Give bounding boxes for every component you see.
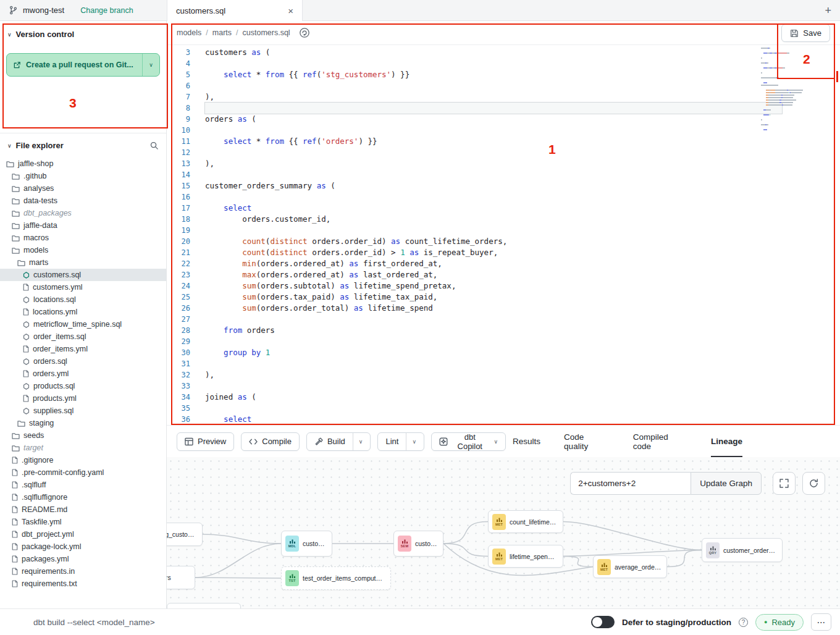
tab-code-quality[interactable]: Code quality xyxy=(564,426,610,458)
tree-item[interactable]: customers.yml xyxy=(0,281,166,293)
tree-item[interactable]: products.yml xyxy=(0,392,166,405)
tab-compiled-code[interactable]: Compiled code xyxy=(633,426,687,458)
breadcrumb-marts[interactable]: marts xyxy=(212,28,232,37)
chevron-down-icon[interactable]: ∨ xyxy=(353,433,363,450)
tree-item[interactable]: locations.yml xyxy=(0,306,166,318)
breadcrumb-file[interactable]: customers.sql xyxy=(243,28,290,37)
tree-item[interactable]: models xyxy=(0,244,166,256)
tree-item[interactable]: data-tests xyxy=(0,195,166,207)
editor-minimap[interactable] xyxy=(761,48,810,132)
tree-item[interactable]: locations.sql xyxy=(0,293,166,306)
file-status-icon[interactable] xyxy=(298,26,311,40)
lineage-node-stg-customers[interactable]: MDLstg_customers xyxy=(167,523,203,546)
tree-item[interactable]: Taskfile.yml xyxy=(0,516,166,528)
tab-results[interactable]: Results xyxy=(513,426,540,458)
fullscreen-icon[interactable] xyxy=(773,472,796,495)
tree-item[interactable]: .sqlfluffignore xyxy=(0,491,166,503)
defer-toggle[interactable] xyxy=(591,616,615,628)
tree-item[interactable]: analyses xyxy=(0,182,166,195)
toggle-knob xyxy=(592,617,602,627)
tree-item[interactable]: package-lock.yml xyxy=(0,540,166,553)
tree-item[interactable]: requirements.in xyxy=(0,565,166,578)
tree-item[interactable]: .pre-commit-config.yaml xyxy=(0,466,166,479)
model-icon xyxy=(23,321,30,328)
tree-item-label: requirements.in xyxy=(22,567,75,576)
update-graph-button[interactable]: Update Graph xyxy=(691,472,762,495)
tree-item[interactable]: macros xyxy=(0,232,166,244)
version-control-header[interactable]: ∨ Version control xyxy=(0,21,166,45)
change-branch-link[interactable]: Change branch xyxy=(80,6,133,15)
new-tab-button[interactable]: + xyxy=(825,0,831,21)
tree-item[interactable]: dbt_packages xyxy=(0,207,166,219)
file-explorer-header[interactable]: ∨ File explorer xyxy=(0,133,166,154)
tab-customers-sql[interactable]: customers.sql × xyxy=(167,0,303,21)
save-button[interactable]: Save xyxy=(781,24,830,42)
chevron-down-icon[interactable]: ∨ xyxy=(494,439,498,445)
tree-item[interactable]: .github xyxy=(0,170,166,182)
code-text xyxy=(205,314,782,325)
code-line: 26 sum(orders.order_total) as lifetime_s… xyxy=(167,303,840,314)
code-editor[interactable]: 3customers as (45 select * from {{ ref('… xyxy=(167,45,840,425)
lineage-node-customer-order-metrics[interactable]: QRYcustomer_order_metrics xyxy=(702,538,783,562)
tree-item[interactable]: packages.yml xyxy=(0,553,166,565)
lineage-node-test-order-items-compute-to-bools-[interactable]: TSTtest_order_items_compute_to_bools... xyxy=(281,566,391,590)
more-options-button[interactable]: ⋯ xyxy=(811,613,831,631)
compile-button[interactable]: Compile xyxy=(241,432,300,451)
code-text: orders as ( xyxy=(205,114,782,125)
dbt-copilot-button[interactable]: dbt Copilot∨ xyxy=(431,432,506,451)
tree-item[interactable]: orders.sql xyxy=(0,355,166,368)
tree-item[interactable]: requirements.txt xyxy=(0,578,166,590)
tree-item[interactable]: .sqlfluff xyxy=(0,479,166,491)
lineage-node-customers[interactable]: MDLcustomers xyxy=(281,531,332,557)
lint-button[interactable]: Lint∨ xyxy=(377,432,424,451)
branch-selector[interactable]: mwong-test Change branch xyxy=(0,6,167,15)
status-badge[interactable]: ● Ready xyxy=(755,614,804,631)
help-icon[interactable]: ? xyxy=(739,618,748,627)
tree-item[interactable]: seeds xyxy=(0,429,166,442)
tree-item[interactable]: .gitignore xyxy=(0,454,166,466)
tree-item[interactable]: products.sql xyxy=(0,380,166,392)
search-icon[interactable] xyxy=(149,141,159,150)
tree-item[interactable]: README.md xyxy=(0,503,166,516)
code-text: select * from {{ ref('orders') }} xyxy=(205,136,782,147)
breadcrumb-models[interactable]: models xyxy=(177,28,201,37)
tree-item[interactable]: target xyxy=(0,442,166,454)
close-icon[interactable]: × xyxy=(288,6,293,15)
build-command-text: dbt build --select <model_name> xyxy=(33,618,155,627)
lineage-node-customers[interactable]: SEMcustomers xyxy=(393,531,443,557)
tree-item[interactable]: customers.sql xyxy=(0,269,166,281)
tree-item[interactable]: jaffle-shop xyxy=(0,158,166,170)
git-branch-icon xyxy=(9,6,18,15)
line-number: 28 xyxy=(167,325,190,336)
tree-item[interactable]: order_items.sql xyxy=(0,330,166,343)
chevron-down-icon[interactable]: ∨ xyxy=(406,433,416,450)
build-button[interactable]: Build∨ xyxy=(306,432,371,451)
tree-item[interactable]: orders.yml xyxy=(0,368,166,380)
lineage-node-orders[interactable]: MDLorders xyxy=(167,566,195,589)
lineage-node-lifetime-spend-pretax[interactable]: METlifetime_spend_pretax xyxy=(488,545,563,568)
tree-item-label: package-lock.yml xyxy=(22,542,82,551)
tree-item[interactable]: order_items.yml xyxy=(0,343,166,355)
create-pull-request-button[interactable]: Create a pull request on Git... ∨ xyxy=(6,53,160,77)
refresh-icon[interactable] xyxy=(802,472,825,495)
code-line: 27 xyxy=(167,314,840,325)
tree-item[interactable]: staging xyxy=(0,417,166,429)
line-number: 6 xyxy=(167,80,190,91)
tree-item[interactable]: supplies.sql xyxy=(0,405,166,417)
tree-item[interactable]: dbt_project.yml xyxy=(0,528,166,540)
line-number: 16 xyxy=(167,191,190,203)
lineage-node-partial[interactable] xyxy=(167,603,241,608)
tree-item[interactable]: metricflow_time_spine.sql xyxy=(0,318,166,330)
line-number: 29 xyxy=(167,336,190,347)
lineage-node-average-order-value[interactable]: METaverage_order_value xyxy=(593,555,667,578)
tree-item[interactable]: jaffle-data xyxy=(0,219,166,232)
lineage-node-count-lifetime-orders[interactable]: METcount_lifetime_orders xyxy=(488,510,563,533)
preview-button[interactable]: Preview xyxy=(177,432,234,451)
tree-item[interactable]: marts xyxy=(0,256,166,269)
code-line: 15customer_orders_summary as ( xyxy=(167,180,840,191)
tree-item-label: orders.sql xyxy=(33,357,67,366)
lineage-selector-input[interactable] xyxy=(570,472,691,495)
pull-request-dropdown-button[interactable]: ∨ xyxy=(142,54,159,76)
tree-item-label: seeds xyxy=(23,431,44,440)
tab-lineage[interactable]: Lineage xyxy=(711,426,742,458)
